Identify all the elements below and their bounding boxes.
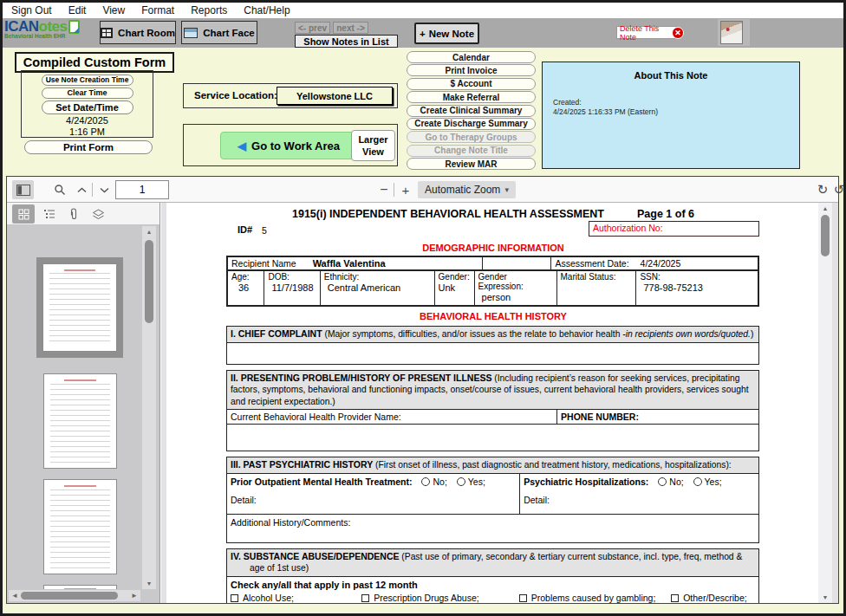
page-vertical-scrollbar[interactable]: ▲ ▼ [818,203,832,603]
zoom-out-button[interactable]: − [377,180,391,199]
print-invoice-button[interactable]: Print Invoice [407,64,536,76]
gambling-problems-checkbox[interactable] [519,594,527,602]
menu-edit[interactable]: Edit [68,4,87,16]
make-referral-button[interactable]: Make Referral [407,91,536,103]
chart-face-button[interactable]: Chart Face [181,21,257,44]
section-chief-complaint: I. CHIEF COMPLAINT (Major symptoms, diff… [226,326,759,365]
service-location-value[interactable]: Yellowstone LLC [277,87,393,105]
outpatient-no-radio[interactable] [421,477,430,486]
recipient-detail-table: Age: 36 DOB: 11/7/1988 Ethnicity: Centra… [226,269,759,307]
review-mar-button[interactable]: Review MAR [407,158,536,170]
menu-sign-out[interactable]: Sign Out [11,4,52,16]
clear-time-button[interactable]: Clear Time [42,88,133,99]
pdf-toolbar: − + Automatic Zoom ▾ ↻ ↺ [7,177,838,203]
attachments-tab[interactable] [62,204,85,224]
table-row: Age: 36 DOB: 11/7/1988 Ethnicity: Centra… [227,270,758,306]
sidebar-toggle-button[interactable] [12,180,34,199]
next-page-button[interactable] [96,180,112,199]
assessment-date-cell: Assessment Date: 4/24/2025 [551,256,758,270]
chart-room-button[interactable]: Chart Room [100,21,176,44]
other-describe-checkbox[interactable] [671,594,679,602]
note-actions-column: Calendar Print Invoice $ Account Make Re… [407,51,536,172]
authorization-no-field[interactable]: Authorization No: [589,221,759,237]
previous-page-button[interactable] [74,180,89,199]
sidebar-hscrollbar-thumb[interactable] [21,592,118,600]
page-number-input[interactable] [115,180,169,199]
section-2-input-area[interactable] [227,425,758,451]
recipient-name-cell: Recipient Name Waffla Valentina [227,256,482,270]
menu-format[interactable]: Format [141,4,174,16]
account-button[interactable]: $ Account [407,78,536,90]
empty-cell [482,256,551,270]
menu-view[interactable]: View [102,4,125,16]
thumbnail-page-4[interactable] [43,585,117,589]
prev-note-button[interactable]: <- prev [295,22,330,34]
thumbnail-page-3[interactable] [43,479,117,574]
section-1-input-area[interactable] [227,343,758,364]
sidebar-horizontal-scrollbar[interactable]: ◄ ► [9,590,140,601]
delete-this-note-button[interactable]: Delete This Note ✕ [616,26,677,39]
zoom-mode-value: Automatic Zoom [425,184,500,196]
alcohol-use-label: Alcohol Use; [243,593,294,603]
sidebar-scrollbar-thumb[interactable] [145,240,153,323]
thumbnail-page-2[interactable] [43,373,117,469]
outline-tab[interactable] [38,204,61,224]
gender-value: Unk [439,282,471,295]
toolbar-divider [92,183,93,197]
thumbnail-content [64,588,96,589]
dob-label: DOB: [268,272,316,282]
psych-history-row: Prior Outpatient Mental Health Treatment… [227,474,758,515]
show-notes-in-list-button[interactable]: Show Notes in List [295,35,398,48]
chevron-up-icon [77,187,87,193]
scroll-right-icon[interactable]: ► [131,592,138,600]
recipient-name-label: Recipient Name [231,258,296,269]
rotate-clockwise-button[interactable]: ↻ [816,180,830,199]
new-note-button[interactable]: + New Note [414,23,479,44]
hospitalizations-yes-radio[interactable] [693,477,702,486]
form-page-label: Page 1 of 6 [637,208,694,220]
yes-label: Yes; [468,477,485,487]
section-1-title: I. CHIEF COMPLAINT [231,328,322,339]
print-form-button[interactable]: Print Form [24,140,153,154]
behavioral-history-header: BEHAVIORAL HEALTH HISTORY [166,311,820,321]
note-photo-thumbnail[interactable] [720,21,743,44]
provider-row: Current Behavioral Health Provider Name:… [227,410,758,425]
set-date-time-button[interactable]: Set Date/Time [42,101,133,114]
thumbnails-tab[interactable] [12,204,35,224]
prescription-drugs-checkbox[interactable] [361,594,369,602]
go-to-work-area-button[interactable]: ◀ Go to Work Area [220,132,357,159]
yes-label: Yes; [705,477,722,487]
zoom-mode-select[interactable]: Automatic Zoom ▾ [418,181,516,198]
scroll-down-icon[interactable]: ▼ [142,580,156,587]
delete-note-label: Delete This Note [620,24,676,42]
create-clinical-summary-button[interactable]: Create Clinical Summary [407,105,536,117]
page-scrollbar-thumb[interactable] [821,215,830,256]
sidebar-vertical-scrollbar[interactable]: ▲ ▼ [142,226,156,589]
create-discharge-summary-button[interactable]: Create Discharge Summary [407,118,536,130]
menu-chat-help[interactable]: Chat/Help [244,4,290,16]
delete-x-icon[interactable]: ✕ [672,27,684,39]
scroll-up-icon[interactable]: ▲ [142,229,156,235]
app-window: Sign Out Edit View Format Reports Chat/H… [0,0,846,616]
chart-face-icon [184,28,198,38]
thumbnail-page-1-selected[interactable] [36,257,123,358]
thumbnail-page-1[interactable] [42,263,117,352]
zoom-in-button[interactable]: + [399,180,413,199]
ethnicity-cell: Ethnicity: Central American [320,270,434,306]
scroll-up-icon[interactable]: ▲ [818,205,832,211]
calendar-button[interactable]: Calendar [407,51,536,63]
rotate-counterclockwise-button[interactable]: ↺ [832,180,846,199]
larger-view-button[interactable]: Larger View [351,130,395,161]
hospitalizations-no-radio[interactable] [658,477,667,486]
layers-tab[interactable] [87,204,109,224]
alcohol-use-checkbox[interactable] [231,594,238,602]
next-note-button[interactable]: next -> [333,22,368,34]
menu-reports[interactable]: Reports [191,4,227,16]
additional-history-label: Additional History/Comments: [227,515,758,542]
chart-room-icon [101,28,113,38]
use-note-creation-time-button[interactable]: Use Note Creation Time [42,75,133,86]
outpatient-yes-radio[interactable] [457,477,465,486]
scroll-down-icon[interactable]: ▼ [818,594,832,600]
scroll-left-icon[interactable]: ◄ [11,592,18,600]
search-button[interactable] [50,180,69,199]
